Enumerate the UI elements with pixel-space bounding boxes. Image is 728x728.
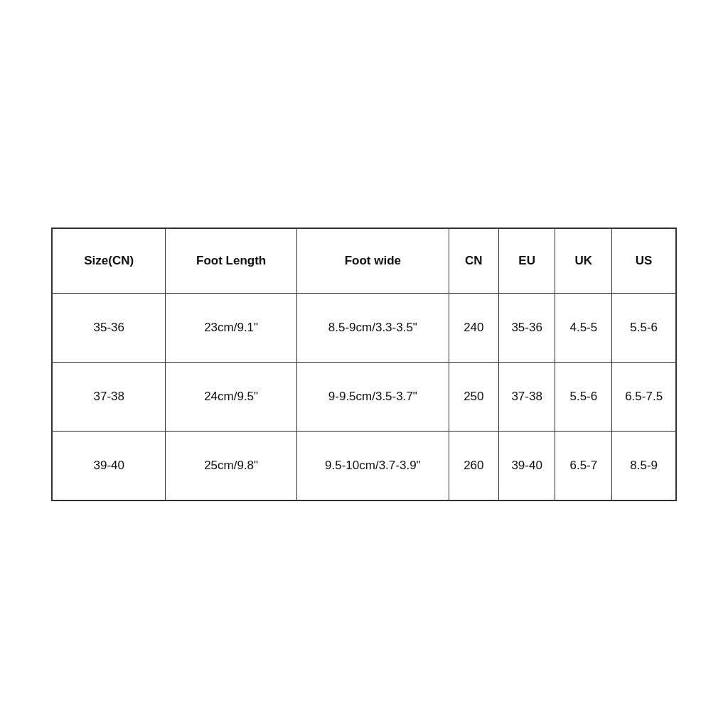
cell-uk-1: 5.5-6 (555, 362, 612, 431)
size-chart-table: Size(CN) Foot Length Foot wide CN EU UK … (52, 228, 676, 500)
table-row: 37-38 24cm/9.5" 9-9.5cm/3.5-3.7" 250 37-… (53, 362, 676, 431)
cell-eu-2: 39-40 (498, 431, 555, 500)
cell-uk-0: 4.5-5 (555, 293, 612, 362)
cell-foot-length-2: 25cm/9.8" (166, 431, 296, 500)
header-uk: UK (555, 228, 612, 293)
cell-us-2: 8.5-9 (612, 431, 676, 500)
cell-uk-2: 6.5-7 (555, 431, 612, 500)
header-size-cn: Size(CN) (53, 228, 166, 293)
cell-foot-length-1: 24cm/9.5" (166, 362, 296, 431)
cell-foot-length-0: 23cm/9.1" (166, 293, 296, 362)
header-us: US (612, 228, 676, 293)
cell-us-1: 6.5-7.5 (612, 362, 676, 431)
cell-cn-2: 260 (449, 431, 498, 500)
table-header-row: Size(CN) Foot Length Foot wide CN EU UK … (53, 228, 676, 293)
cell-eu-0: 35-36 (498, 293, 555, 362)
cell-cn-1: 250 (449, 362, 498, 431)
table-row: 39-40 25cm/9.8" 9.5-10cm/3.7-3.9" 260 39… (53, 431, 676, 500)
cell-size-cn-1: 37-38 (53, 362, 166, 431)
cell-size-cn-0: 35-36 (53, 293, 166, 362)
cell-us-0: 5.5-6 (612, 293, 676, 362)
header-eu: EU (498, 228, 555, 293)
cell-cn-0: 240 (449, 293, 498, 362)
cell-foot-wide-2: 9.5-10cm/3.7-3.9" (296, 431, 449, 500)
cell-foot-wide-0: 8.5-9cm/3.3-3.5" (296, 293, 449, 362)
size-chart-container: Size(CN) Foot Length Foot wide CN EU UK … (51, 228, 677, 501)
table-row: 35-36 23cm/9.1" 8.5-9cm/3.3-3.5" 240 35-… (53, 293, 676, 362)
page-wrapper: Size(CN) Foot Length Foot wide CN EU UK … (0, 0, 728, 728)
header-cn: CN (449, 228, 498, 293)
header-foot-length: Foot Length (166, 228, 296, 293)
header-foot-wide: Foot wide (296, 228, 449, 293)
cell-size-cn-2: 39-40 (53, 431, 166, 500)
cell-foot-wide-1: 9-9.5cm/3.5-3.7" (296, 362, 449, 431)
cell-eu-1: 37-38 (498, 362, 555, 431)
